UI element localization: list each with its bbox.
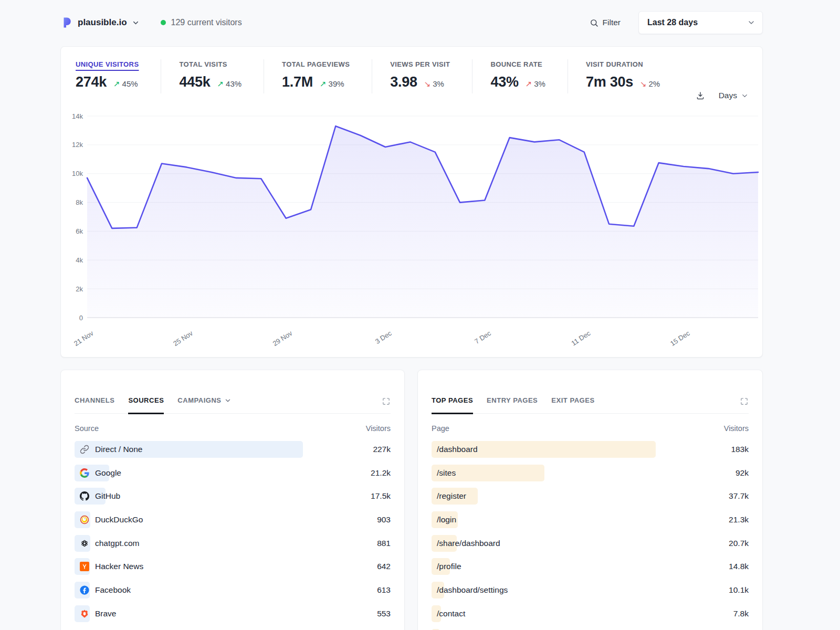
trend-up-icon: ↗ — [320, 79, 327, 89]
trend-down-icon: ↘ — [424, 79, 431, 89]
table-row[interactable]: /login 21.3k — [432, 511, 749, 528]
row-label: /register — [437, 491, 466, 501]
tab-label: CAMPAIGNS — [177, 396, 221, 404]
plausible-logo-icon — [60, 16, 73, 29]
tab-label: ENTRY PAGES — [487, 396, 538, 404]
table-row[interactable]: /dashboard/settings 10.1k — [432, 582, 749, 598]
metric-value: 445k — [179, 74, 210, 90]
svg-text:10k: 10k — [72, 170, 83, 177]
table-row[interactable]: Hacker News 642 — [75, 558, 391, 575]
metric-label: BOUNCE RATE — [490, 60, 545, 68]
hackernews-icon — [80, 562, 89, 571]
tab-channels[interactable]: CHANNELS — [75, 396, 114, 414]
row-value: 20.7k — [729, 539, 749, 548]
metric-value: 7m 30s — [586, 74, 633, 90]
metric-bounce-rate[interactable]: BOUNCE RATE 43% ↗ 3% — [472, 59, 568, 93]
current-visitors[interactable]: 129 current visitors — [161, 18, 242, 27]
download-icon[interactable] — [696, 91, 705, 100]
date-range-select[interactable]: Last 28 days — [638, 11, 763, 34]
row-value: 881 — [377, 539, 391, 548]
filter-button[interactable]: Filter — [590, 18, 621, 27]
tab-label: SOURCES — [128, 396, 164, 404]
interval-select[interactable]: Days — [719, 91, 749, 100]
row-value: 14.8k — [729, 562, 749, 571]
current-visitors-label: 129 current visitors — [171, 18, 242, 27]
metric-unique-visitors[interactable]: UNIQUE VISITORS 274k ↗ 45% — [76, 59, 161, 93]
sources-rows: Direct / None 227k Google 21.2k GitHub 1… — [75, 441, 391, 622]
metric-total-visits[interactable]: TOTAL VISITS 445k ↗ 43% — [161, 59, 264, 93]
openai-icon — [80, 539, 89, 548]
table-row[interactable]: /sites 92k — [432, 465, 749, 481]
row-label: Direct / None — [95, 445, 142, 454]
row-value: 21.3k — [729, 515, 749, 524]
tab-label: CHANNELS — [75, 396, 114, 404]
brave-icon — [80, 609, 89, 618]
sources-tabs-row: CHANNELS SOURCES CAMPAIGNS — [75, 370, 391, 414]
svg-text:29 Nov: 29 Nov — [271, 329, 294, 348]
row-label: /sites — [437, 468, 456, 478]
table-row[interactable]: /contact 7.8k — [432, 605, 749, 622]
row-label: chatgpt.com — [95, 539, 139, 548]
table-row[interactable]: Google 21.2k — [75, 465, 391, 481]
expand-icon[interactable] — [382, 397, 391, 406]
tab-label: TOP PAGES — [432, 396, 473, 404]
tab-entry-pages[interactable]: ENTRY PAGES — [487, 396, 538, 414]
trend-down-icon: ↘ — [640, 79, 647, 89]
metric-change: 2% — [648, 79, 660, 88]
row-label: /profile — [437, 562, 461, 571]
svg-text:4k: 4k — [76, 256, 83, 264]
chevron-down-icon — [741, 92, 749, 100]
metric-total-pageviews[interactable]: TOTAL PAGEVIEWS 1.7M ↗ 39% — [264, 59, 372, 93]
tab-campaigns[interactable]: CAMPAIGNS — [177, 396, 231, 414]
metric-visit-duration[interactable]: VISIT DURATION 7m 30s ↘ 2% — [568, 59, 682, 93]
metric-value: 3.98 — [390, 74, 417, 90]
google-icon — [80, 468, 89, 478]
svg-text:11 Dec: 11 Dec — [570, 329, 592, 348]
pages-rows: /dashboard 183k /sites 92k /register 37.… — [432, 441, 749, 630]
table-row[interactable]: Brave 553 — [75, 605, 391, 622]
svg-text:15 Dec: 15 Dec — [669, 329, 691, 348]
row-value: 903 — [377, 515, 391, 524]
table-row[interactable]: Direct / None 227k — [75, 441, 391, 458]
row-label: Google — [95, 468, 121, 478]
chart-toolbar: Days — [696, 91, 749, 100]
svg-text:25 Nov: 25 Nov — [172, 329, 194, 348]
metric-views-per-visit[interactable]: VIEWS PER VISIT 3.98 ↘ 3% — [372, 59, 472, 93]
table-row[interactable]: /share/dashboard 20.7k — [432, 535, 749, 552]
pages-tabs: TOP PAGES ENTRY PAGES EXIT PAGES — [432, 396, 595, 413]
sources-tabs: CHANNELS SOURCES CAMPAIGNS — [75, 396, 232, 413]
metric-change: 45% — [122, 79, 138, 88]
table-row[interactable]: /register 37.7k — [432, 488, 749, 505]
row-label: /contact — [437, 609, 465, 618]
row-label: Brave — [95, 609, 117, 618]
pages-column-headers: Page Visitors — [432, 424, 749, 433]
interval-value: Days — [719, 91, 737, 100]
site-switcher[interactable]: plausible.io — [60, 16, 140, 29]
column-header-page: Page — [432, 424, 449, 433]
table-row[interactable]: /dashboard 183k — [432, 441, 749, 458]
svg-text:21 Nov: 21 Nov — [72, 329, 95, 348]
column-header-source: Source — [75, 424, 99, 433]
table-row[interactable]: chatgpt.com 881 — [75, 535, 391, 552]
date-range-value: Last 28 days — [647, 18, 698, 27]
metric-label: TOTAL PAGEVIEWS — [282, 60, 350, 68]
pages-card: TOP PAGES ENTRY PAGES EXIT PAGES Page Vi… — [417, 370, 763, 630]
row-value: 183k — [731, 445, 749, 454]
svg-text:7 Dec: 7 Dec — [473, 329, 492, 345]
row-value: 227k — [373, 445, 391, 454]
table-row[interactable]: Facebook 613 — [75, 582, 391, 598]
table-row[interactable]: DuckDuckGo 903 — [75, 511, 391, 528]
metric-label: VIEWS PER VISIT — [390, 60, 450, 68]
tab-top-pages[interactable]: TOP PAGES — [432, 396, 473, 414]
table-row[interactable]: GitHub 17.5k — [75, 488, 391, 505]
tab-sources[interactable]: SOURCES — [128, 396, 164, 414]
expand-icon[interactable] — [740, 397, 749, 406]
metric-change: 39% — [329, 79, 344, 88]
facebook-icon — [80, 585, 89, 595]
tab-exit-pages[interactable]: EXIT PAGES — [551, 396, 594, 414]
filter-label: Filter — [603, 18, 621, 27]
trend-up-icon: ↗ — [113, 79, 120, 89]
table-row[interactable]: /profile 14.8k — [432, 558, 749, 575]
duckduckgo-icon — [80, 515, 89, 524]
svg-text:8k: 8k — [76, 198, 83, 206]
